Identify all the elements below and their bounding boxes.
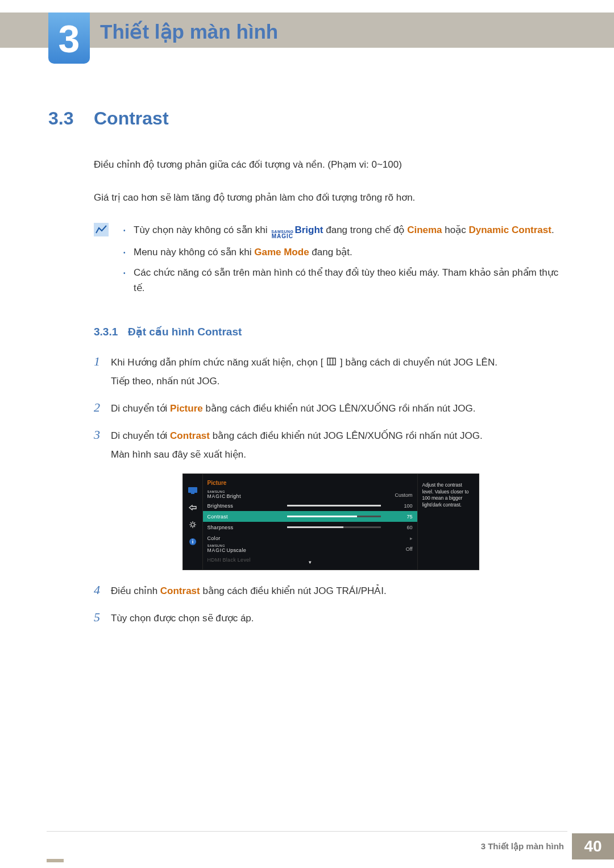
note2-pre: Menu này không có sẵn khi: [134, 247, 254, 258]
osd-main-panel: Picture SAMSUNGMAGICBrightCustomBrightne…: [203, 474, 417, 570]
note2-game-mode: Game Mode: [254, 247, 309, 258]
step3-b: bằng cách điều khiển nút JOG LÊN/XUỐNG r…: [210, 430, 483, 441]
step3-a: Di chuyển tới: [111, 430, 170, 441]
osd-row-arrow: ▸: [287, 535, 413, 541]
osd-row-value: 60: [387, 525, 413, 530]
step4-a: Điều chỉnh: [111, 585, 160, 596]
osd-row: Sharpness60: [203, 522, 417, 533]
info-icon: i: [188, 538, 198, 546]
svg-line-14: [194, 526, 194, 527]
svg-line-12: [194, 522, 194, 523]
source-icon: [188, 504, 198, 512]
step-number: 1: [94, 354, 111, 369]
note-item-1: Tùy chọn này không có sẵn khi SAMSUNG MA…: [123, 223, 567, 239]
osd-row-value: Off: [387, 546, 413, 552]
note1-bright: Bright: [294, 225, 323, 235]
steps-list-continued: 4 Điều chỉnh Contrast bằng cách điều khi…: [94, 583, 567, 626]
step3-word: Contrast: [170, 430, 210, 441]
note-block: Tùy chọn này không có sẵn khi SAMSUNG MA…: [94, 223, 567, 301]
intro-paragraph-1: Điều chỉnh độ tương phản giữa các đối tư…: [94, 157, 567, 172]
section-title: Contrast: [94, 108, 169, 129]
step-number: 4: [94, 583, 111, 597]
step-3: 3 Di chuyển tới Contrast bằng cách điều …: [94, 427, 567, 462]
osd-row-label: Sharpness: [208, 525, 287, 530]
chapter-title: Thiết lập màn hình: [100, 20, 278, 43]
step-4-text: Điều chỉnh Contrast bằng cách điều khiển…: [111, 584, 567, 599]
footer-chapter-label: 3 Thiết lập màn hình: [481, 841, 564, 852]
osd-row-value: Custom: [387, 492, 413, 498]
osd-icon-column: i: [183, 474, 203, 570]
step-1: 1 Khi Hướng dẫn phím chức năng xuất hiện…: [94, 354, 567, 389]
step2-b: bằng cách điều khiển nút JOG LÊN/XUỐNG r…: [203, 403, 476, 414]
osd-row-value: 100: [387, 503, 413, 509]
svg-text:i: i: [192, 539, 193, 545]
osd-scroll-arrow: ▾: [309, 559, 312, 565]
step4-b: bằng cách điều khiển nút JOG TRÁI/PHẢI.: [200, 585, 387, 596]
note-list: Tùy chọn này không có sẵn khi SAMSUNG MA…: [123, 223, 567, 301]
footer-rule: [47, 831, 567, 832]
note1-or: hoặc: [445, 225, 468, 235]
osd-row-label: HDMI Black Level: [208, 557, 287, 563]
section-heading: 3.3 Contrast: [48, 108, 567, 129]
picture-icon: [188, 487, 198, 495]
samsung-magic-label: SAMSUNG MAGIC: [271, 230, 293, 239]
menu-icon: [327, 355, 336, 370]
subsection-title: Đặt cấu hình Contrast: [128, 325, 242, 338]
settings-icon: [188, 521, 198, 529]
osd-row: SAMSUNGMAGICBrightCustom: [203, 489, 417, 500]
step1-a: Khi Hướng dẫn phím chức năng xuất hiện, …: [111, 357, 323, 368]
section-number: 3.3: [48, 108, 94, 129]
osd-row: Color▸: [203, 533, 417, 543]
svg-line-13: [190, 526, 191, 527]
footer-left-accent: [47, 859, 64, 862]
note1-pre: Tùy chọn này không có sẵn khi: [134, 225, 270, 235]
osd-row: Contrast75: [203, 511, 417, 522]
step-2: 2 Di chuyển tới Picture bằng cách điều k…: [94, 400, 567, 416]
osd-row-label: Brightness: [208, 503, 287, 509]
osd-screenshot-wrap: i Picture SAMSUNGMAGICBrightCustomBright…: [94, 474, 567, 570]
footer-page-number: 40: [572, 833, 614, 859]
osd-slider-bar: [287, 526, 381, 528]
svg-rect-5: [191, 493, 194, 494]
step-4: 4 Điều chỉnh Contrast bằng cách điều khi…: [94, 583, 567, 599]
step-2-text: Di chuyển tới Picture bằng cách điều khi…: [111, 401, 567, 416]
step3-c: Màn hình sau đây sẽ xuất hiện.: [111, 447, 567, 462]
osd-row-label: SAMSUNGMAGICUpscale: [208, 545, 287, 553]
svg-line-11: [190, 522, 191, 523]
svg-rect-4: [188, 487, 197, 493]
magic-main: MAGIC: [272, 234, 293, 239]
svg-rect-1: [327, 358, 335, 365]
note-item-2: Menu này không có sẵn khi Game Mode đang…: [123, 245, 567, 260]
osd-row-label: Contrast: [208, 514, 287, 520]
osd-title: Picture: [203, 477, 417, 489]
page-content: 3.3 Contrast Điều chỉnh độ tương phản gi…: [48, 108, 567, 638]
step2-a: Di chuyển tới: [111, 403, 170, 414]
note1-end: .: [551, 225, 554, 235]
subsection-number: 3.3.1: [94, 326, 128, 338]
step2-word: Picture: [170, 403, 203, 414]
step1-b: ] bằng cách di chuyển nút JOG LÊN.: [340, 357, 497, 368]
osd-row: SAMSUNGMAGICUpscaleOff: [203, 543, 417, 554]
step-5: 5 Tùy chọn được chọn sẽ được áp.: [94, 610, 567, 626]
step-1-text: Khi Hướng dẫn phím chức năng xuất hiện, …: [111, 355, 567, 389]
osd-slider-bar: [287, 505, 381, 506]
note1-mid: đang trong chế độ: [326, 225, 407, 235]
osd-menu: i Picture SAMSUNGMAGICBrightCustomBright…: [182, 474, 479, 570]
note-icon: [94, 223, 113, 301]
note-item-3: Các chức năng có sẵn trên màn hình có th…: [123, 265, 567, 296]
step1-c: Tiếp theo, nhấn nút JOG.: [111, 374, 567, 389]
svg-point-6: [191, 523, 194, 526]
osd-side-help: Adjust the contrast level. Values closer…: [417, 474, 479, 570]
note1-cinema: Cinema: [407, 225, 442, 235]
osd-row-label: Color: [208, 535, 287, 541]
subsection-heading: 3.3.1 Đặt cấu hình Contrast: [94, 325, 567, 338]
note2-end: đang bật.: [312, 247, 352, 258]
step-5-text: Tùy chọn được chọn sẽ được áp.: [111, 611, 567, 626]
step4-word: Contrast: [160, 585, 200, 596]
chapter-number-tab: 3: [48, 13, 90, 64]
osd-row-value: 75: [387, 514, 413, 520]
intro-paragraph-2: Giá trị cao hơn sẽ làm tăng độ tương phả…: [94, 190, 567, 205]
step-3-text: Di chuyển tới Contrast bằng cách điều kh…: [111, 429, 567, 462]
page-footer: 3 Thiết lập màn hình 40: [481, 833, 614, 859]
step-number: 5: [94, 610, 111, 625]
